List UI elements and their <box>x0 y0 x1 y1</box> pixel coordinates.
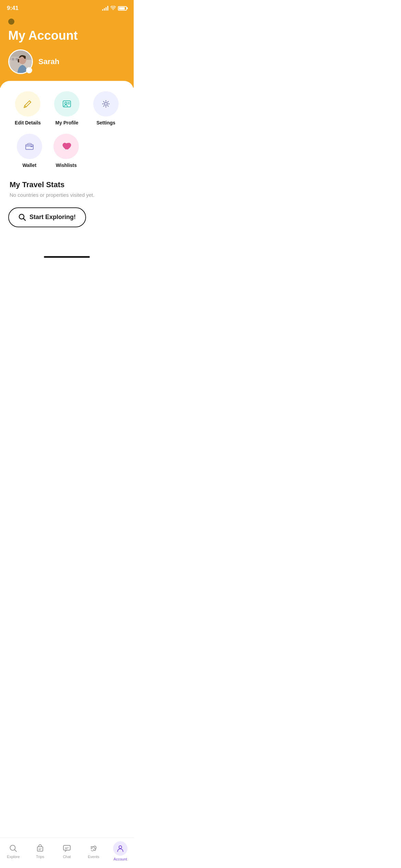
wallet-icon-circle <box>17 134 42 159</box>
header-section: My Account <box>0 15 134 88</box>
wishlists-icon-circle <box>53 134 79 159</box>
svg-rect-12 <box>31 146 33 147</box>
battery-icon <box>118 6 127 11</box>
wishlists-label: Wishlists <box>56 162 77 168</box>
svg-point-7 <box>65 102 67 104</box>
profile-icon-circle <box>54 91 80 117</box>
my-profile-label: My Profile <box>56 120 78 125</box>
settings-icon <box>100 98 112 110</box>
edit-details-button[interactable]: Edit Details <box>11 91 45 125</box>
avatar-wrapper[interactable] <box>8 49 33 74</box>
start-exploring-button[interactable]: Start Exploring! <box>8 207 86 227</box>
status-icons <box>102 5 127 11</box>
profile-row: Sarah <box>8 49 125 74</box>
status-bar: 9:41 <box>0 0 134 15</box>
travel-stats-title: My Travel Stats <box>10 180 124 189</box>
settings-label: Settings <box>96 120 115 125</box>
online-badge <box>26 67 32 73</box>
menu-row-1: Edit Details My Profile S <box>8 91 125 125</box>
home-indicator <box>44 256 90 258</box>
status-time: 9:41 <box>7 5 19 12</box>
settings-icon-circle <box>93 91 119 117</box>
profile-icon <box>61 98 73 110</box>
settings-button[interactable]: Settings <box>89 91 123 125</box>
svg-rect-4 <box>15 58 18 60</box>
travel-stats-section: My Travel Stats No countries or properti… <box>8 180 125 198</box>
page-title: My Account <box>8 29 125 43</box>
wishlists-button[interactable]: Wishlists <box>48 134 85 168</box>
search-icon <box>19 214 26 221</box>
wifi-icon <box>110 5 116 11</box>
my-profile-button[interactable]: My Profile <box>50 91 84 125</box>
edit-icon <box>22 98 34 110</box>
wallet-label: Wallet <box>22 162 36 168</box>
edit-details-label: Edit Details <box>15 120 41 125</box>
signal-icon <box>102 6 108 11</box>
svg-point-10 <box>105 103 107 105</box>
explore-button-label: Start Exploring! <box>29 214 76 221</box>
wallet-button[interactable]: Wallet <box>11 134 48 168</box>
menu-row-2: Wallet Wishlists <box>8 134 125 168</box>
notification-dot <box>8 19 14 25</box>
heart-icon <box>60 141 72 152</box>
svg-rect-3 <box>12 58 14 60</box>
travel-stats-subtitle: No countries or properties visited yet. <box>10 192 124 198</box>
white-card: Edit Details My Profile S <box>0 81 134 255</box>
edit-icon-circle <box>15 91 40 117</box>
user-name: Sarah <box>38 57 59 66</box>
wallet-icon <box>24 141 35 152</box>
